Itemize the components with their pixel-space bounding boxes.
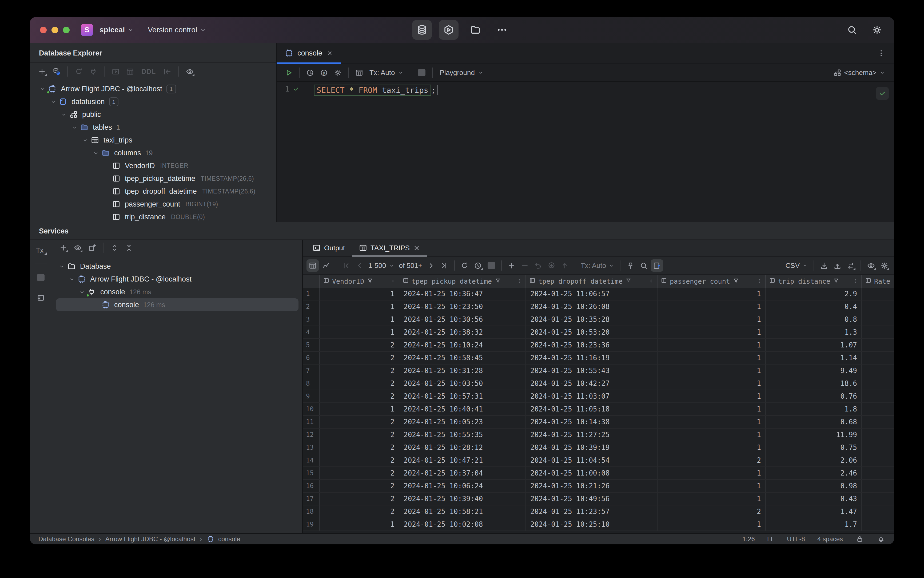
project-avatar[interactable]: S — [81, 24, 93, 36]
datasource-properties-button[interactable] — [50, 65, 62, 78]
table-cell[interactable]: 9.49 — [766, 365, 862, 377]
table-cell[interactable] — [862, 300, 894, 313]
previous-page-button[interactable] — [353, 260, 366, 272]
tx-mode-selector[interactable]: Tx: Auto — [370, 68, 404, 77]
sort-icon[interactable] — [757, 278, 762, 285]
row-number[interactable]: 1 — [303, 288, 320, 300]
table-cell[interactable]: 2024-01-25 11:27:25 — [526, 429, 658, 441]
table-cell[interactable]: 2024-01-25 10:06:24 — [399, 480, 526, 492]
table-cell[interactable]: 2 — [320, 416, 399, 428]
row-number[interactable]: 12 — [303, 429, 320, 441]
column-header-VendorID[interactable]: VendorID — [320, 275, 399, 288]
column-header-Rate[interactable]: Rate — [862, 275, 894, 288]
db-tree-item[interactable]: datafusion1 — [30, 95, 276, 108]
table-cell[interactable]: 1 — [658, 429, 766, 441]
table-cell[interactable]: 2024-01-25 10:05:23 — [399, 416, 526, 428]
table-cell[interactable]: 1 — [320, 326, 399, 338]
table-cell[interactable] — [862, 377, 894, 390]
db-tree-item[interactable]: passenger_countBIGINT(19) — [30, 198, 276, 211]
notifications-icon[interactable] — [877, 534, 885, 544]
view-options-button[interactable] — [183, 65, 196, 78]
column-header-trip_distance[interactable]: trip_distance — [766, 275, 862, 288]
chevron-down-icon[interactable] — [48, 99, 58, 105]
table-cell[interactable]: 2024-01-25 11:16:19 — [526, 352, 658, 364]
row-number[interactable]: 9 — [303, 390, 320, 403]
row-number[interactable]: 2 — [303, 300, 320, 313]
table-cell[interactable]: 2024-01-25 10:58:45 — [399, 352, 526, 364]
table-cell[interactable]: 1.14 — [766, 352, 862, 364]
table-cell[interactable]: 2024-01-25 10:23:50 — [399, 300, 526, 313]
commit-button[interactable] — [559, 260, 571, 272]
table-cell[interactable]: 2 — [320, 505, 399, 518]
table-cell[interactable] — [862, 403, 894, 415]
services-tree-item[interactable]: Arrow Flight JDBC - @localhost — [52, 273, 302, 286]
caret-position[interactable]: 1:26 — [742, 535, 755, 543]
table-cell[interactable]: 1.07 — [766, 339, 862, 351]
chevron-down-icon[interactable] — [91, 150, 101, 156]
table-cell[interactable] — [862, 339, 894, 351]
db-tree-item[interactable]: tpep_pickup_datetimeTIMESTAMP(26,6) — [30, 172, 276, 185]
filter-icon[interactable] — [367, 277, 373, 285]
view-options-button[interactable] — [71, 242, 84, 254]
table-cell[interactable]: 2.46 — [766, 467, 862, 479]
grid-settings-button[interactable] — [878, 260, 890, 272]
search-everywhere-button[interactable] — [846, 23, 858, 36]
row-number[interactable]: 7 — [303, 365, 320, 377]
table-cell[interactable]: 0.4 — [766, 300, 862, 313]
db-tree-item[interactable]: public — [30, 108, 276, 121]
table-cell[interactable]: 2 — [320, 467, 399, 479]
table-cell[interactable]: 1 — [658, 480, 766, 492]
close-tab-icon[interactable] — [413, 244, 420, 252]
filter-icon[interactable] — [625, 277, 632, 285]
table-cell[interactable]: 2024-01-25 10:53:20 — [526, 326, 658, 338]
table-cell[interactable]: 0.8 — [766, 313, 862, 326]
row-number[interactable]: 10 — [303, 403, 320, 415]
db-tree-item[interactable]: trip_distanceDOUBLE(0) — [30, 211, 276, 222]
pin-tab-button[interactable] — [624, 260, 637, 272]
table-cell[interactable]: 2 — [320, 339, 399, 351]
row-number[interactable]: 5 — [303, 339, 320, 351]
expand-all-button[interactable] — [108, 242, 121, 254]
table-cell[interactable]: 2024-01-25 10:38:32 — [399, 326, 526, 338]
close-tab-icon[interactable] — [326, 49, 334, 57]
table-cell[interactable]: 2 — [320, 390, 399, 403]
db-tree-item[interactable]: taxi_trips — [30, 134, 276, 146]
table-view-button[interactable] — [306, 260, 319, 272]
sql-statement-line[interactable]: SELECT * FROM taxi_trips; — [314, 83, 894, 97]
table-cell[interactable]: 1.8 — [766, 403, 862, 415]
chevron-down-icon[interactable] — [59, 112, 69, 118]
table-cell[interactable] — [862, 442, 894, 454]
db-tree-item[interactable]: tables1 — [30, 121, 276, 134]
breadcrumb-console[interactable]: console — [218, 535, 240, 543]
table-cell[interactable]: 2 — [320, 429, 399, 441]
breadcrumb-datasource[interactable]: Arrow Flight JDBC - @localhost — [105, 535, 196, 543]
reload-page-button[interactable] — [459, 260, 471, 272]
table-cell[interactable]: 1 — [658, 403, 766, 415]
first-page-button[interactable] — [340, 260, 352, 272]
table-cell[interactable]: 1 — [658, 518, 766, 531]
sort-icon[interactable] — [648, 278, 654, 285]
table-cell[interactable]: 1 — [658, 313, 766, 326]
query-history-button[interactable] — [304, 67, 316, 79]
sort-icon[interactable] — [853, 278, 858, 285]
table-cell[interactable] — [862, 429, 894, 441]
line-separator[interactable]: LF — [767, 535, 775, 543]
chevron-down-icon[interactable] — [57, 263, 67, 270]
table-cell[interactable]: 2024-01-25 10:47:21 — [399, 454, 526, 466]
table-cell[interactable]: 2024-01-25 10:28:12 — [399, 442, 526, 454]
services-tree-item[interactable]: Database — [52, 260, 302, 273]
table-cell[interactable] — [862, 326, 894, 338]
table-cell[interactable]: 0.68 — [766, 416, 862, 428]
parameters-button[interactable]: p — [318, 67, 330, 79]
row-number[interactable]: 4 — [303, 326, 320, 338]
jump-to-editor-button[interactable] — [161, 65, 173, 78]
playground-tool-button[interactable] — [439, 20, 459, 40]
table-cell[interactable]: 2024-01-25 10:03:50 — [399, 377, 526, 390]
tab-output[interactable]: Output — [305, 240, 352, 256]
settings-button[interactable] — [871, 23, 883, 36]
minimize-window-button[interactable] — [52, 27, 58, 33]
database-tool-button[interactable] — [412, 20, 432, 40]
filter-panel-button[interactable] — [651, 260, 663, 272]
table-cell[interactable] — [862, 365, 894, 377]
table-cell[interactable]: 2024-01-25 10:14:38 — [526, 416, 658, 428]
